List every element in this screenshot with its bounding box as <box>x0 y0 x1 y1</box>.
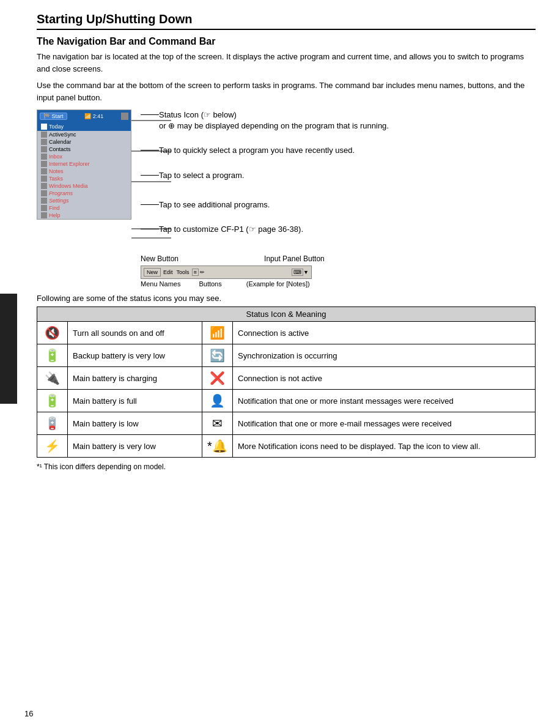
left-text-cell: Main battery is full <box>68 390 202 412</box>
paragraph-2: Use the command bar at the bottom of the… <box>37 80 536 103</box>
right-icon-cell: 🔄 <box>202 344 233 367</box>
annotation-tap-recent: Tap to quickly select a program you have… <box>159 145 536 156</box>
menu-find[interactable]: Find <box>37 204 131 212</box>
right-icon-cell: ❌ <box>202 367 233 390</box>
example-label: (Example for [Notes]) <box>246 280 310 288</box>
annotations-column: Status Icon (☞ below) or ⊕ may be displa… <box>141 110 536 248</box>
cmd-edit-icon[interactable]: ✏ <box>200 269 205 275</box>
right-icon-cell: 📶 <box>202 322 233 344</box>
annotation-tap-select: Tap to select a program. <box>159 170 536 181</box>
right-icon-cell: ✉ <box>202 412 233 435</box>
right-text-cell: Notification that one or more e-mail mes… <box>233 412 536 435</box>
cmd-arrow[interactable]: ▼ <box>303 269 309 275</box>
table-row: ⚡Main battery is very low*🔔More Notifica… <box>37 435 536 458</box>
left-text-cell: Main battery is very low <box>68 435 202 458</box>
command-bar-sublabels: Menu Names Buttons (Example for [Notes]) <box>141 280 536 288</box>
right-icon-cell: 👤 <box>202 390 233 412</box>
table-row: 🔋Backup battery is very low🔄Synchronizat… <box>37 344 536 367</box>
annotation-tap-additional: Tap to see additional programs. Tap to c… <box>159 199 536 235</box>
right-text-cell: Synchronization is occurring <box>233 344 536 367</box>
table-row: 🪫Main battery is low✉Notification that o… <box>37 412 536 435</box>
menu-notes[interactable]: Notes <box>37 168 131 175</box>
cmd-new-btn[interactable]: New <box>144 268 161 277</box>
navigation-diagram: 🏁 Start 📶 2:41 Today ActiveSync Calendar… <box>37 110 536 248</box>
table-row: 🔌Main battery is charging❌Connection is … <box>37 367 536 390</box>
start-button[interactable]: 🏁 Start <box>40 113 67 120</box>
left-icon-cell: ⚡ <box>37 435 68 458</box>
menu-settings[interactable]: Settings <box>37 197 131 204</box>
cmd-icon1[interactable]: ≡ <box>192 269 199 276</box>
command-bar-labels: New Button Input Panel Button <box>141 254 536 263</box>
menu-list: Today ActiveSync Calendar Contacts Inbox… <box>37 122 131 219</box>
input-panel-label: Input Panel Button <box>264 254 325 263</box>
right-text-cell: Connection is not active <box>233 367 536 390</box>
status-intro: Following are some of the status icons y… <box>37 294 536 303</box>
cmd-panel-btn[interactable]: ⌨ <box>292 269 303 276</box>
menu-names-label: Menu Names <box>141 280 180 288</box>
new-button-label: New Button <box>141 254 179 263</box>
left-text-cell: Main battery is charging <box>68 367 202 390</box>
left-icon-cell: 🔇 <box>37 322 68 344</box>
table-header: Status Icon & Meaning <box>37 307 536 322</box>
table-row: 🔋Main battery is full👤Notification that … <box>37 390 536 412</box>
page-number: 16 <box>24 709 33 718</box>
left-icon-cell: 🔌 <box>37 367 68 390</box>
command-bar-section: New Button Input Panel Button New Edit T… <box>141 254 536 288</box>
cmd-tools-menu[interactable]: Tools <box>177 269 190 275</box>
status-time: 📶 2:41 <box>84 113 103 119</box>
footnote: *¹ This icon differs depending on model. <box>37 462 536 471</box>
screenshot-column: 🏁 Start 📶 2:41 Today ActiveSync Calendar… <box>37 110 141 248</box>
left-text-cell: Main battery is low <box>68 412 202 435</box>
command-bar-mockup: New Edit Tools ≡ ✏ ⌨ ▼ <box>141 266 312 279</box>
paragraph-1: The navigation bar is located at the top… <box>37 51 536 75</box>
menu-help[interactable]: Help <box>37 212 131 219</box>
left-text-cell: Backup battery is very low <box>68 344 202 367</box>
left-icon-cell: 🪫 <box>37 412 68 435</box>
buttons-label: Buttons <box>199 280 221 288</box>
status-table: Status Icon & Meaning 🔇Turn all sounds o… <box>37 306 536 458</box>
table-row: 🔇Turn all sounds on and off📶Connection i… <box>37 322 536 344</box>
left-text-cell: Turn all sounds on and off <box>68 322 202 344</box>
right-text-cell: Notification that one or more instant me… <box>233 390 536 412</box>
left-icon-cell: 🔋 <box>37 390 68 412</box>
right-text-cell: More Notification icons need to be displ… <box>233 435 536 458</box>
section-title: The Navigation Bar and Command Bar <box>37 36 536 47</box>
cmd-edit-menu[interactable]: Edit <box>163 269 173 275</box>
annotation-status-icon: Status Icon (☞ below) or ⊕ may be displa… <box>159 110 536 132</box>
left-tab <box>0 294 17 404</box>
left-icon-cell: 🔋 <box>37 344 68 367</box>
page-title: Starting Up/Shutting Down <box>37 12 536 30</box>
right-icon-cell: *🔔 <box>202 435 233 458</box>
right-text-cell: Connection is active <box>233 322 536 344</box>
